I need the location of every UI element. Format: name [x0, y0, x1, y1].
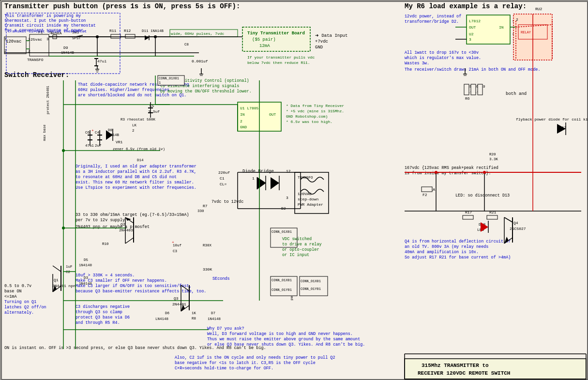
- svg-text:47ul: 47ul: [97, 59, 106, 63]
- svg-text:C2: C2: [66, 270, 70, 274]
- svg-text:R30X: R30X: [203, 243, 212, 247]
- svg-text:0.001uf: 0.001uf: [192, 59, 208, 63]
- svg-text:120VAC: 120VAC: [298, 192, 312, 196]
- svg-text:Turning on Q1: Turning on Q1: [4, 300, 36, 304]
- svg-text:120vac: 120vac: [6, 39, 21, 44]
- svg-text:GND: GND: [240, 125, 247, 129]
- svg-text:C4: C4: [95, 131, 100, 135]
- svg-text:U2: U2: [469, 32, 474, 36]
- r6-title: My R6 load example is a relay:: [405, 2, 527, 10]
- svg-text:L7812: L7812: [469, 19, 481, 23]
- svg-text:1N4140: 1N4140: [79, 263, 92, 267]
- svg-text:<=1mA: <=1mA: [4, 294, 17, 299]
- svg-rect-295: [478, 84, 482, 95]
- svg-text:R12: R12: [124, 29, 131, 33]
- svg-text:3: 3: [46, 37, 49, 41]
- svg-text:C×R=seconds hold-time to-charg: C×R=seconds hold-time to-charge for OFF.: [175, 366, 273, 371]
- svg-text:Make C3 smaller if OFF never h: Make C3 smaller if OFF never happens.: [75, 278, 167, 283]
- svg-text:R6: R6: [465, 96, 470, 101]
- svg-text:IN: IN: [499, 25, 504, 30]
- svg-text:Also, C2 1uf is the ON cycle a: Also, C2 1uf is the ON cycle and only ne…: [175, 355, 335, 360]
- svg-text:flyback power diode for coil k: flyback power diode for coil kickback: [516, 117, 588, 122]
- svg-rect-279: [487, 215, 498, 219]
- svg-text:12mA: 12mA: [259, 44, 270, 48]
- svg-text:transmit Circuit inside thermo: transmit Circuit inside thermostat: [8, 29, 87, 33]
- svg-point-317: [62, 149, 65, 152]
- svg-text:an old TV. 800v 3A (my relay n: an old TV. 800v 3A (my relay needs: [405, 244, 488, 249]
- transformer-desc-2: thermostat. I put the push-button: [4, 18, 86, 23]
- svg-text:Q4 is from horizontal deflecti: Q4 is from horizontal deflection circuit…: [405, 239, 511, 244]
- svg-text:OUT: OUT: [469, 25, 476, 30]
- svg-text:* +5 vdc (mine is 315Mhz.: * +5 vdc (mine is 315Mhz.: [286, 109, 344, 113]
- svg-text:VDC switched: VDC switched: [282, 237, 312, 242]
- svg-text:because Q3 base-emitter resist: because Q3 base-emitter resistance affec…: [75, 289, 206, 294]
- svg-text:CONN_01X01: CONN_01X01: [271, 230, 292, 234]
- svg-text:Use LTspice to experiment with: Use LTspice to experiment with other fre…: [75, 185, 196, 190]
- svg-text:latches Q2 off/on: latches Q2 off/on: [4, 305, 46, 310]
- svg-text:transformer/bridge D2.: transformer/bridge D2.: [405, 19, 459, 24]
- svg-text:R20: R20: [489, 152, 496, 156]
- svg-text:exist. This new 60 Hz network : exist. This new 60 Hz network filter is …: [75, 180, 194, 185]
- svg-rect-294: [471, 84, 476, 95]
- svg-text:Q1: Q1: [54, 278, 59, 282]
- svg-rect-31: [125, 34, 135, 38]
- svg-text:220uf: 220uf: [218, 170, 230, 175]
- svg-text:OUT: OUT: [269, 112, 276, 117]
- seconds-label: SEconds: [212, 276, 230, 281]
- svg-text:U1  L7805: U1 L7805: [240, 106, 259, 110]
- svg-text:2: 2: [240, 119, 242, 123]
- svg-text:C6: C6: [85, 131, 90, 135]
- svg-text:330: 330: [197, 209, 204, 213]
- svg-text:RELAY: RELAY: [521, 30, 531, 34]
- svg-text:40mA and amplification is 10x.: 40mA and amplification is 10x.: [405, 250, 479, 255]
- main-title: Transmitter push button (press 1s is ON,…: [4, 2, 240, 10]
- svg-text:1: 1: [159, 81, 161, 85]
- svg-text:Make C3 larger if ON/OFF is to: Make C3 larger if ON/OFF is too sensitiv…: [75, 284, 192, 289]
- svg-text:D9: D9: [63, 46, 68, 50]
- svg-text:* Data from Tiny Receiver: * Data from Tiny Receiver: [286, 104, 344, 108]
- svg-text:LK: LK: [132, 123, 137, 127]
- svg-text:CONN_01X01: CONN_01X01: [159, 76, 179, 80]
- svg-text:2uf: 2uf: [95, 144, 102, 148]
- svg-text:protect 2N4401: protect 2N4401: [46, 86, 50, 114]
- svg-point-320: [483, 171, 486, 174]
- svg-text:as a 3H inductor parallel with: as a 3H inductor parallel with C4 2.2uf.…: [75, 169, 196, 174]
- svg-text:3.3K: 3.3K: [489, 157, 498, 161]
- svg-text:If your transmitter pulls vdc: If your transmitter pulls vdc: [247, 55, 315, 60]
- svg-text:LED: so disconnect D13: LED: so disconnect D13: [455, 193, 510, 198]
- svg-text:CONN_01Y01: CONN_01Y01: [271, 288, 292, 292]
- svg-text:VR1: VR1: [116, 140, 123, 144]
- svg-text:Tiny Transmitter Board: Tiny Transmitter Board: [247, 31, 305, 36]
- svg-text:RU2: RU2: [535, 7, 543, 11]
- svg-text:1NA14B: 1NA14B: [151, 29, 164, 33]
- svg-text:7vdc to 12vdc: 7vdc to 12vdc: [211, 199, 243, 204]
- svg-text:base ON: base ON: [4, 289, 22, 294]
- svg-text:per 7v to 12v supply: per 7v to 12v supply: [75, 218, 125, 223]
- svg-text:through Q3 so clamp: through Q3 so clamp: [75, 310, 122, 315]
- svg-text:D7: D7: [211, 311, 215, 315]
- svg-point-316: [154, 35, 157, 38]
- svg-text:Wastes 3w.: Wastes 3w.: [405, 61, 429, 66]
- svg-text:F2: F2: [422, 193, 427, 197]
- svg-text:D8: D8: [108, 128, 112, 132]
- svg-text:2: 2: [28, 49, 30, 53]
- svg-text:1K: 1K: [192, 311, 196, 315]
- svg-text:The receiver/switch draws 21mA: The receiver/switch draws 21mA in both O…: [405, 67, 541, 72]
- transformer-desc-1: This transformer is powering my: [4, 14, 81, 18]
- svg-text:R10: R10: [102, 242, 109, 246]
- svg-text:Thus we must raise the emitter: Thus we must raise the emitter above gro…: [207, 337, 360, 342]
- svg-rect-293: [464, 84, 469, 95]
- transformer-desc-3: transmit circuit inside my thermostat: [4, 23, 96, 28]
- svg-text:10uf > 330K = 4 seconds.: 10uf > 330K = 4 seconds.: [75, 273, 135, 278]
- svg-text:2N4403 pnp or maybe a p-mosfet: 2N4403 pnp or maybe a p-mosfet: [75, 225, 150, 229]
- svg-text:or IC input: or IC input: [282, 253, 309, 258]
- svg-text:($5 pair): ($5 pair): [252, 37, 276, 42]
- svg-point-315: [96, 35, 99, 38]
- svg-text:which is regulator's max value: which is regulator's max value.: [405, 56, 481, 61]
- svg-text:3: 3: [469, 37, 471, 42]
- svg-text:base negative for <1s to latch: base negative for <1s to latch it. C3,R5…: [175, 361, 316, 365]
- svg-text:All 1watt to drop 167v to <30v: All 1watt to drop 167v to <30v: [405, 50, 479, 55]
- svg-text:167vdc {125vac RMS peak+peak r: 167vdc {125vac RMS peak+peak rectified: [405, 166, 498, 170]
- svg-text:C3 discharges negative: C3 discharges negative: [75, 304, 130, 309]
- both-and-text: both and: [506, 91, 527, 96]
